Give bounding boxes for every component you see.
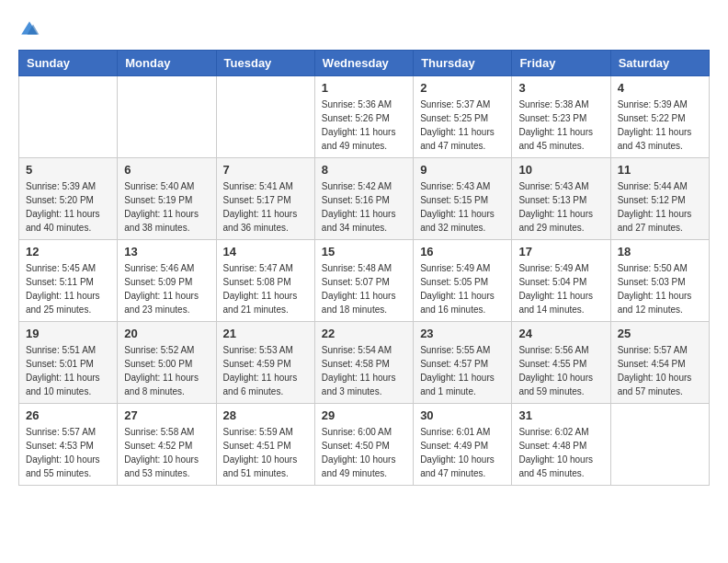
weekday-header-saturday: Saturday xyxy=(610,51,709,76)
day-info: Sunrise: 5:49 AMSunset: 5:05 PMDaylight:… xyxy=(420,261,505,316)
calendar: SundayMondayTuesdayWednesdayThursdayFrid… xyxy=(18,50,710,486)
week-row-5: 26 Sunrise: 5:57 AMSunset: 4:53 PMDaylig… xyxy=(19,404,710,486)
day-number: 9 xyxy=(420,163,505,177)
weekday-header-row: SundayMondayTuesdayWednesdayThursdayFrid… xyxy=(19,51,710,76)
day-number: 29 xyxy=(322,408,406,422)
calendar-cell: 7 Sunrise: 5:41 AMSunset: 5:17 PMDayligh… xyxy=(216,158,314,240)
day-number: 10 xyxy=(518,163,603,177)
day-number: 31 xyxy=(518,408,603,422)
calendar-cell: 14 Sunrise: 5:47 AMSunset: 5:08 PMDaylig… xyxy=(216,240,314,322)
calendar-cell: 22 Sunrise: 5:54 AMSunset: 4:58 PMDaylig… xyxy=(314,322,413,404)
calendar-cell: 2 Sunrise: 5:37 AMSunset: 5:25 PMDayligh… xyxy=(414,76,512,158)
day-number: 25 xyxy=(618,327,702,340)
day-number: 14 xyxy=(223,245,308,259)
day-number: 3 xyxy=(518,81,603,95)
day-info: Sunrise: 5:43 AMSunset: 5:13 PMDaylight:… xyxy=(518,179,603,235)
day-number: 4 xyxy=(618,81,702,95)
day-number: 12 xyxy=(26,245,110,259)
day-number: 13 xyxy=(124,245,209,259)
day-number: 2 xyxy=(420,81,505,95)
day-number: 16 xyxy=(420,245,505,259)
calendar-cell: 23 Sunrise: 5:55 AMSunset: 4:57 PMDaylig… xyxy=(414,322,512,404)
calendar-cell: 6 Sunrise: 5:40 AMSunset: 5:19 PMDayligh… xyxy=(118,158,216,240)
day-info: Sunrise: 5:48 AMSunset: 5:07 PMDaylight:… xyxy=(322,261,406,316)
calendar-cell xyxy=(19,76,118,158)
day-number: 23 xyxy=(420,327,505,340)
day-number: 5 xyxy=(26,163,110,177)
day-info: Sunrise: 5:37 AMSunset: 5:25 PMDaylight:… xyxy=(420,98,505,153)
day-info: Sunrise: 5:43 AMSunset: 5:15 PMDaylight:… xyxy=(420,179,505,235)
day-info: Sunrise: 5:53 AMSunset: 4:59 PMDaylight:… xyxy=(223,343,308,398)
day-number: 30 xyxy=(420,408,505,422)
day-info: Sunrise: 5:49 AMSunset: 5:04 PMDaylight:… xyxy=(518,261,603,316)
calendar-cell: 30 Sunrise: 6:01 AMSunset: 4:49 PMDaylig… xyxy=(414,404,512,486)
day-info: Sunrise: 5:54 AMSunset: 4:58 PMDaylight:… xyxy=(322,343,406,398)
calendar-cell: 15 Sunrise: 5:48 AMSunset: 5:07 PMDaylig… xyxy=(314,240,413,322)
calendar-cell xyxy=(216,76,314,158)
day-info: Sunrise: 5:38 AMSunset: 5:23 PMDaylight:… xyxy=(518,98,603,153)
logo xyxy=(18,18,44,40)
weekday-header-sunday: Sunday xyxy=(19,51,118,76)
day-number: 20 xyxy=(124,327,209,340)
day-info: Sunrise: 5:36 AMSunset: 5:26 PMDaylight:… xyxy=(322,98,406,153)
day-info: Sunrise: 5:45 AMSunset: 5:11 PMDaylight:… xyxy=(26,261,110,316)
calendar-cell: 10 Sunrise: 5:43 AMSunset: 5:13 PMDaylig… xyxy=(512,158,610,240)
calendar-cell: 27 Sunrise: 5:58 AMSunset: 4:52 PMDaylig… xyxy=(118,404,216,486)
day-number: 8 xyxy=(322,163,406,177)
day-info: Sunrise: 5:51 AMSunset: 5:01 PMDaylight:… xyxy=(26,343,110,398)
day-info: Sunrise: 5:55 AMSunset: 4:57 PMDaylight:… xyxy=(420,343,505,398)
calendar-cell: 18 Sunrise: 5:50 AMSunset: 5:03 PMDaylig… xyxy=(610,240,709,322)
day-number: 18 xyxy=(618,245,702,259)
day-number: 15 xyxy=(322,245,406,259)
calendar-cell: 5 Sunrise: 5:39 AMSunset: 5:20 PMDayligh… xyxy=(19,158,118,240)
calendar-cell: 28 Sunrise: 5:59 AMSunset: 4:51 PMDaylig… xyxy=(216,404,314,486)
day-info: Sunrise: 5:47 AMSunset: 5:08 PMDaylight:… xyxy=(223,261,308,316)
day-info: Sunrise: 5:46 AMSunset: 5:09 PMDaylight:… xyxy=(124,261,209,316)
week-row-2: 5 Sunrise: 5:39 AMSunset: 5:20 PMDayligh… xyxy=(19,158,710,240)
day-info: Sunrise: 5:39 AMSunset: 5:20 PMDaylight:… xyxy=(26,179,110,235)
day-info: Sunrise: 5:42 AMSunset: 5:16 PMDaylight:… xyxy=(322,179,406,235)
calendar-cell: 16 Sunrise: 5:49 AMSunset: 5:05 PMDaylig… xyxy=(414,240,512,322)
day-number: 6 xyxy=(124,163,209,177)
day-number: 27 xyxy=(124,408,209,422)
weekday-header-wednesday: Wednesday xyxy=(314,51,413,76)
day-number: 28 xyxy=(223,408,308,422)
calendar-cell: 12 Sunrise: 5:45 AMSunset: 5:11 PMDaylig… xyxy=(19,240,118,322)
day-info: Sunrise: 5:58 AMSunset: 4:52 PMDaylight:… xyxy=(124,425,209,480)
day-info: Sunrise: 5:57 AMSunset: 4:53 PMDaylight:… xyxy=(26,425,110,480)
day-info: Sunrise: 6:01 AMSunset: 4:49 PMDaylight:… xyxy=(420,425,505,480)
day-info: Sunrise: 5:44 AMSunset: 5:12 PMDaylight:… xyxy=(618,179,702,235)
calendar-cell: 20 Sunrise: 5:52 AMSunset: 5:00 PMDaylig… xyxy=(118,322,216,404)
day-number: 1 xyxy=(322,81,406,95)
day-number: 24 xyxy=(518,327,603,340)
calendar-cell xyxy=(118,76,216,158)
day-info: Sunrise: 5:56 AMSunset: 4:55 PMDaylight:… xyxy=(518,343,603,398)
weekday-header-friday: Friday xyxy=(512,51,610,76)
calendar-cell: 11 Sunrise: 5:44 AMSunset: 5:12 PMDaylig… xyxy=(610,158,709,240)
day-number: 7 xyxy=(223,163,308,177)
week-row-4: 19 Sunrise: 5:51 AMSunset: 5:01 PMDaylig… xyxy=(19,322,710,404)
calendar-cell: 21 Sunrise: 5:53 AMSunset: 4:59 PMDaylig… xyxy=(216,322,314,404)
calendar-cell: 24 Sunrise: 5:56 AMSunset: 4:55 PMDaylig… xyxy=(512,322,610,404)
calendar-cell: 17 Sunrise: 5:49 AMSunset: 5:04 PMDaylig… xyxy=(512,240,610,322)
calendar-cell: 3 Sunrise: 5:38 AMSunset: 5:23 PMDayligh… xyxy=(512,76,610,158)
day-info: Sunrise: 5:59 AMSunset: 4:51 PMDaylight:… xyxy=(223,425,308,480)
day-info: Sunrise: 5:40 AMSunset: 5:19 PMDaylight:… xyxy=(124,179,209,235)
day-number: 22 xyxy=(322,327,406,340)
day-info: Sunrise: 5:41 AMSunset: 5:17 PMDaylight:… xyxy=(223,179,308,235)
calendar-cell xyxy=(610,404,709,486)
day-info: Sunrise: 6:00 AMSunset: 4:50 PMDaylight:… xyxy=(322,425,406,480)
weekday-header-thursday: Thursday xyxy=(414,51,512,76)
calendar-cell: 26 Sunrise: 5:57 AMSunset: 4:53 PMDaylig… xyxy=(19,404,118,486)
calendar-cell: 29 Sunrise: 6:00 AMSunset: 4:50 PMDaylig… xyxy=(314,404,413,486)
calendar-cell: 19 Sunrise: 5:51 AMSunset: 5:01 PMDaylig… xyxy=(19,322,118,404)
day-info: Sunrise: 5:52 AMSunset: 5:00 PMDaylight:… xyxy=(124,343,209,398)
calendar-cell: 31 Sunrise: 6:02 AMSunset: 4:48 PMDaylig… xyxy=(512,404,610,486)
logo-icon xyxy=(18,18,40,40)
calendar-cell: 1 Sunrise: 5:36 AMSunset: 5:26 PMDayligh… xyxy=(314,76,413,158)
day-number: 17 xyxy=(518,245,603,259)
day-number: 11 xyxy=(618,163,702,177)
day-number: 21 xyxy=(223,327,308,340)
day-info: Sunrise: 6:02 AMSunset: 4:48 PMDaylight:… xyxy=(518,425,603,480)
day-info: Sunrise: 5:50 AMSunset: 5:03 PMDaylight:… xyxy=(618,261,702,316)
